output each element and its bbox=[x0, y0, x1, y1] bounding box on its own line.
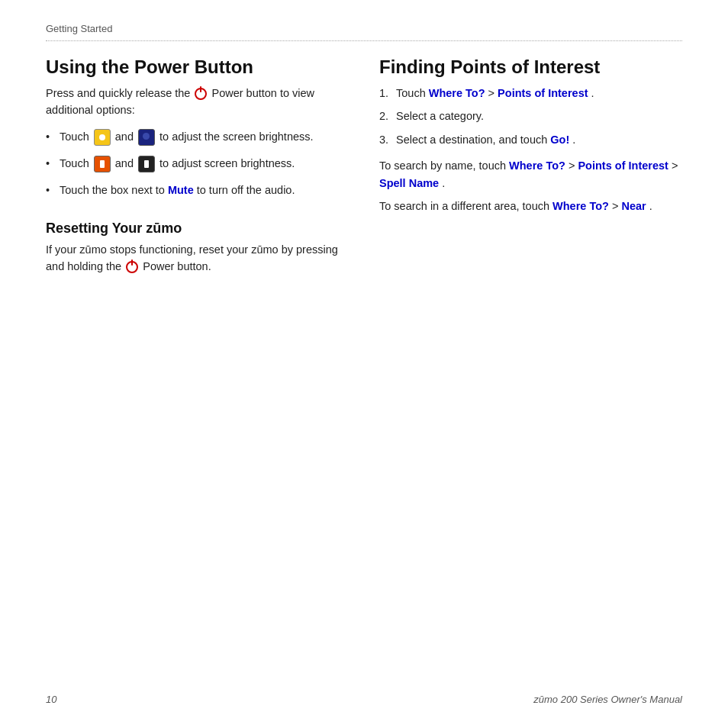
breadcrumb-text: Getting Started bbox=[46, 23, 112, 34]
para1-where-to-link: Where To? bbox=[509, 159, 565, 172]
search-by-name-para: To search by name, touch Where To? > Poi… bbox=[379, 157, 682, 192]
para2-before: To search in a different area, touch bbox=[379, 200, 552, 212]
step3-text-before: Select a destination, and touch bbox=[396, 134, 550, 146]
power-button-bullets: Touch and to adjust the screen brightnes… bbox=[46, 128, 349, 199]
step-1: Touch Where To? > Points of Interest . bbox=[379, 85, 682, 101]
para1-sep1: > bbox=[569, 159, 578, 172]
bullet3-text2: to turn off the audio. bbox=[197, 184, 295, 196]
speaker-orange-icon bbox=[94, 156, 111, 172]
page-number: 10 bbox=[46, 694, 56, 705]
step1-poi-link: Points of Interest bbox=[498, 87, 588, 99]
para1-poi-link: Points of Interest bbox=[578, 159, 668, 172]
bullet-mute: Touch the box next to Mute to turn off t… bbox=[46, 182, 349, 198]
para2-near-link: Near bbox=[621, 200, 646, 212]
bullet3-text: Touch the box next to bbox=[60, 184, 168, 196]
bullet2-and: and bbox=[115, 157, 137, 169]
bullet2-touch: Touch bbox=[60, 157, 92, 169]
step2-text: Select a category. bbox=[396, 110, 484, 122]
power-button-intro: Press and quickly release the Power butt… bbox=[46, 85, 349, 119]
bullet-brightness-down: Touch and to adjust screen brightness. bbox=[46, 155, 349, 172]
para1-after: . bbox=[442, 177, 445, 189]
bullet-brightness-up: Touch and to adjust the screen brightnes… bbox=[46, 128, 349, 146]
finding-poi-title: Finding Points of Interest bbox=[379, 56, 682, 79]
page-footer: 10 zūmo 200 Series Owner's Manual bbox=[46, 694, 682, 705]
reset-body: If your zūmo stops functioning, reset yo… bbox=[46, 241, 349, 275]
step3-go-link: Go! bbox=[550, 134, 569, 146]
mute-link: Mute bbox=[168, 184, 194, 196]
bullet1-and: and bbox=[115, 130, 137, 143]
power-icon-reset bbox=[126, 261, 138, 273]
sun-icon bbox=[94, 129, 111, 146]
page: Getting Started Using the Power Button P… bbox=[0, 0, 728, 728]
finding-poi-steps: Touch Where To? > Points of Interest . S… bbox=[379, 85, 682, 148]
intro-text-part1: Press and quickly release the bbox=[46, 87, 193, 99]
speaker-dark-icon bbox=[138, 156, 155, 172]
power-button-title: Using the Power Button bbox=[46, 56, 349, 79]
bullet2-suffix: to adjust screen brightness. bbox=[159, 157, 295, 169]
resetting-title: Resetting Your zūmo bbox=[46, 221, 349, 237]
right-column: Finding Points of Interest Touch Where T… bbox=[379, 56, 682, 281]
para2-where-to-link: Where To? bbox=[552, 200, 609, 212]
left-column: Using the Power Button Press and quickly… bbox=[46, 56, 349, 281]
step-3: Select a destination, and touch Go! . bbox=[379, 131, 682, 148]
reset-text2: Power button. bbox=[143, 260, 211, 272]
power-icon-inline bbox=[195, 88, 207, 100]
breadcrumb: Getting Started bbox=[46, 23, 682, 41]
para1-sep2: > bbox=[672, 159, 678, 172]
main-columns: Using the Power Button Press and quickly… bbox=[46, 56, 682, 281]
step1-period: . bbox=[591, 87, 594, 99]
bullet1-suffix: to adjust the screen brightness. bbox=[159, 130, 314, 143]
step1-where-to-link: Where To? bbox=[429, 87, 485, 99]
moon-icon bbox=[138, 129, 155, 146]
para1-before: To search by name, touch bbox=[379, 159, 509, 172]
bullet1-touch: Touch bbox=[60, 130, 92, 143]
para1-spell-name-link: Spell Name bbox=[379, 177, 439, 189]
manual-title: zūmo 200 Series Owner's Manual bbox=[533, 694, 682, 705]
para2-sep: > bbox=[612, 200, 622, 212]
step3-period: . bbox=[572, 134, 575, 146]
search-different-area-para: To search in a different area, touch Whe… bbox=[379, 198, 682, 214]
step-2: Select a category. bbox=[379, 108, 682, 124]
para2-after: . bbox=[649, 200, 652, 212]
step1-sep: > bbox=[488, 87, 498, 99]
step1-touch: Touch bbox=[396, 87, 429, 99]
